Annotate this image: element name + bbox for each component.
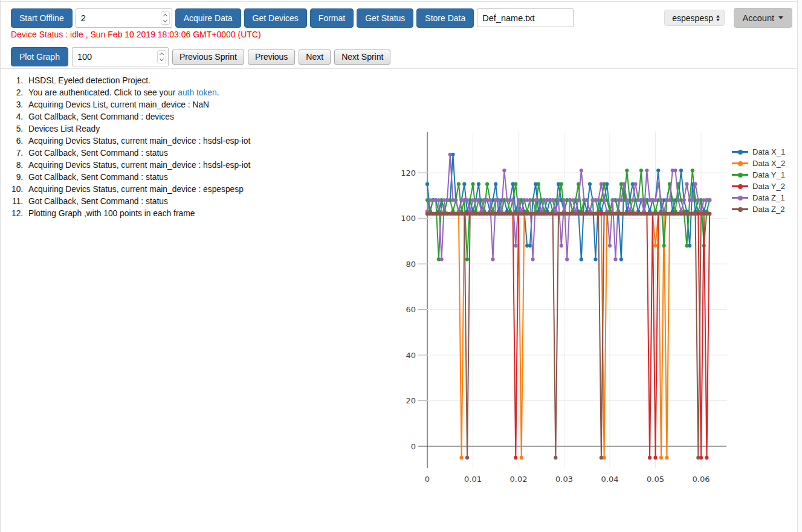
data-point: [448, 153, 452, 156]
y-tick-label: 100: [401, 214, 416, 223]
auth-token-link[interactable]: auth token: [178, 88, 216, 97]
data-point: [631, 198, 635, 202]
account-button[interactable]: Account: [734, 8, 792, 28]
data-point: [551, 198, 555, 202]
filename-input[interactable]: [477, 8, 574, 27]
get-status-button[interactable]: Get Status: [357, 8, 413, 28]
y-tick-label: 0: [411, 442, 416, 451]
data-point: [488, 198, 492, 202]
device-select-value: espespesp: [672, 13, 714, 23]
interval-input-field[interactable]: [76, 8, 172, 28]
data-point: [600, 456, 603, 460]
data-point: [705, 456, 708, 460]
data-point: [693, 182, 697, 186]
data-point: [656, 182, 660, 186]
data-point: [514, 456, 517, 460]
data-point: [662, 244, 666, 248]
plot-graph-button[interactable]: Plot Graph: [11, 47, 68, 66]
data-point: [465, 456, 469, 460]
log-item: Got Callback, Sent Command : status: [25, 196, 381, 208]
log-item: You are authenticated. Click to see your…: [25, 87, 381, 99]
data-point: [659, 198, 663, 202]
chart-legend: Data X_1Data X_2Data Y_1Data Y_2Data Z_1…: [732, 146, 785, 215]
data-point: [514, 244, 517, 248]
get-devices-button[interactable]: Get Devices: [244, 8, 307, 28]
data-point: [639, 198, 643, 202]
points-input[interactable]: [72, 47, 169, 66]
data-point: [622, 182, 626, 186]
legend-line-marker-icon: [732, 161, 748, 166]
interval-input[interactable]: [76, 8, 172, 28]
data-point: [602, 198, 606, 202]
legend-item[interactable]: Data X_2: [732, 158, 785, 169]
next-sprint-button[interactable]: Next Sprint: [334, 50, 390, 65]
log-item: Acquiring Devics Status, current main_de…: [25, 135, 381, 147]
device-select[interactable]: espespesp: [664, 10, 725, 26]
number-spinner[interactable]: [161, 11, 170, 25]
x-tick-label: 0: [425, 475, 430, 484]
data-point: [462, 182, 466, 186]
device-status-text: Device Status : idle , Sun Feb 10 2019 1…: [11, 30, 261, 39]
log-item: Got Callback, Sent Command : status: [25, 171, 381, 184]
data-point: [465, 257, 469, 261]
x-tick-label: 0.02: [510, 475, 528, 484]
data-point: [485, 182, 489, 186]
y-tick-label: 80: [406, 260, 416, 269]
data-point: [653, 198, 657, 202]
log-item: Acquiring Devics List, current main_devi…: [25, 99, 381, 111]
data-point: [696, 198, 700, 202]
x-tick-label: 0.06: [693, 475, 710, 484]
data-point: [676, 198, 680, 202]
data-point: [560, 244, 563, 248]
acquire-data-button[interactable]: Acquire Data: [175, 8, 241, 28]
data-point: [565, 257, 569, 261]
legend-item[interactable]: Data Z_2: [732, 204, 785, 215]
data-point: [600, 182, 603, 186]
x-tick-label: 0.01: [464, 475, 482, 484]
legend-label: Data Z_2: [752, 205, 784, 214]
data-point: [685, 182, 688, 186]
data-point: [708, 198, 711, 202]
data-point: [585, 198, 589, 202]
log-item: Got Callback, Sent Command : status: [25, 147, 381, 159]
number-spinner[interactable]: [157, 50, 166, 63]
data-point: [613, 257, 617, 261]
next-button[interactable]: Next: [299, 50, 331, 65]
data-point: [619, 198, 623, 202]
legend-item[interactable]: Data Y_2: [732, 181, 785, 192]
legend-item[interactable]: Data Z_1: [732, 192, 785, 204]
store-data-button[interactable]: Store Data: [416, 8, 474, 28]
data-point: [445, 198, 449, 202]
data-point: [653, 456, 657, 460]
legend-label: Data X_2: [752, 159, 785, 168]
format-button[interactable]: Format: [310, 8, 354, 28]
toolbar-row-1: Start Offline Acquire Data Get Devices F…: [11, 8, 792, 28]
data-point: [668, 198, 671, 202]
data-point: [560, 182, 563, 186]
data-point: [691, 168, 694, 172]
data-point: [477, 182, 480, 186]
data-point: [673, 168, 677, 172]
toolbar-row-2: Plot Graph Previous Sprint Previous Next…: [11, 47, 792, 66]
data-point: [653, 244, 657, 248]
previous-button[interactable]: Previous: [248, 50, 295, 65]
data-point: [679, 168, 683, 172]
data-point: [619, 257, 623, 261]
start-offline-button[interactable]: Start Offline: [11, 8, 73, 28]
data-point: [437, 198, 441, 202]
y-tick-label: 40: [406, 351, 416, 360]
previous-sprint-button[interactable]: Previous Sprint: [172, 50, 244, 65]
filename-input-field[interactable]: [477, 8, 574, 27]
data-point: [502, 168, 506, 172]
legend-item[interactable]: Data X_1: [732, 146, 785, 158]
data-point: [645, 168, 648, 172]
window-top-hairline: [0, 1, 802, 2]
log-item: Acquiring Devics Status, current main_de…: [25, 159, 381, 171]
legend-item[interactable]: Data Y_1: [732, 169, 785, 181]
points-input-field[interactable]: [72, 47, 169, 66]
log-item: Acquiring Devics Status, current main_de…: [25, 184, 381, 196]
data-point: [465, 198, 469, 202]
data-point: [439, 257, 443, 261]
legend-line-marker-icon: [732, 207, 748, 212]
data-point: [693, 212, 697, 216]
